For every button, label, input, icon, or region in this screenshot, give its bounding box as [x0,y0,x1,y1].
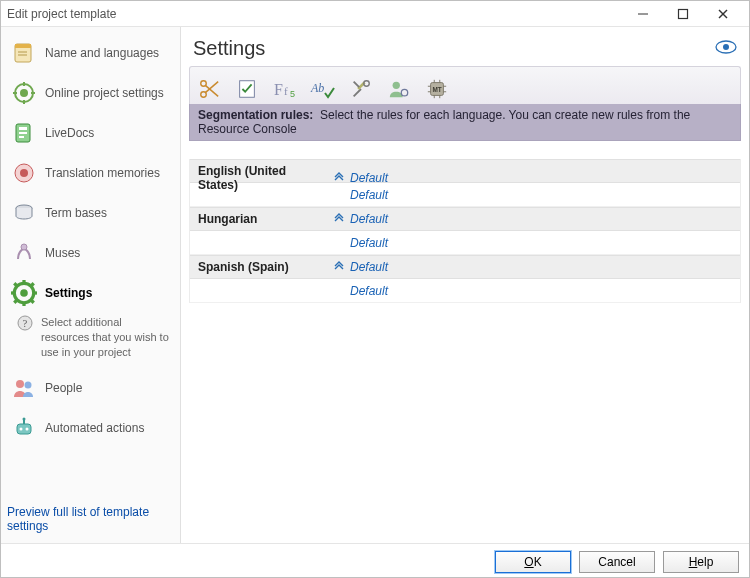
svg-point-34 [16,380,24,388]
user-gear-icon[interactable] [384,74,414,104]
svg-line-31 [14,300,17,303]
minimize-button[interactable] [623,2,663,26]
maximize-button[interactable] [663,2,703,26]
svg-point-55 [393,82,400,89]
language-header[interactable]: Spanish (Spain)Default [190,255,740,279]
sidebar-item-online-settings[interactable]: Online project settings [1,73,180,113]
sidebar-item-label: Settings [45,286,92,300]
sidebar-item-label: Term bases [45,206,107,220]
language-default-rule-link[interactable]: Default [350,260,732,274]
livedocs-icon [11,120,37,146]
svg-point-37 [20,427,23,430]
svg-text:F: F [274,81,283,98]
content-row: Name and languages Online project settin… [1,27,749,543]
sidebar-item-label: People [45,381,82,395]
muse-icon [11,240,37,266]
language-header[interactable]: English (United States)Default [190,159,740,183]
svg-text:5: 5 [290,89,295,99]
collapse-chevron-icon[interactable] [328,213,350,225]
svg-text:MT: MT [432,86,441,93]
svg-line-54 [354,82,360,88]
svg-line-30 [31,283,34,286]
settings-panel: Settings Ff5 Ab [181,27,749,543]
sidebar-item-people[interactable]: People [1,368,180,408]
gear-globe-icon [11,80,37,106]
svg-point-40 [23,417,26,420]
info-label: Segmentation rules: [198,108,313,122]
segmentation-rules-table: English (United States)DefaultDefaultHun… [189,159,741,303]
svg-rect-5 [15,44,31,48]
collapse-chevron-icon[interactable] [328,261,350,273]
cancel-button[interactable]: Cancel [579,551,655,573]
svg-point-56 [401,89,407,95]
panel-title: Settings [193,37,265,60]
preview-template-settings-link[interactable]: Preview full list of template settings [1,497,180,543]
people-icon [11,375,37,401]
svg-text:?: ? [23,318,28,329]
gear-icon [11,280,37,306]
panel-header: Settings [189,35,741,66]
sidebar: Name and languages Online project settin… [1,27,181,543]
sidebar-item-label: LiveDocs [45,126,94,140]
svg-point-9 [20,89,28,97]
sidebar-item-label: Translation memories [45,166,160,180]
ok-button[interactable]: OK [495,551,571,573]
svg-point-23 [20,289,28,297]
info-strip: Segmentation rules: Select the rules for… [189,104,741,141]
language-name: English (United States) [198,164,328,192]
notebook-icon [11,40,37,66]
window-title: Edit project template [7,7,623,21]
language-default-rule-link[interactable]: Default [350,171,732,185]
svg-text:f: f [284,85,288,97]
sidebar-item-settings[interactable]: Settings [1,273,180,313]
font-case-icon[interactable]: Ff5 [270,74,300,104]
sidebar-item-label: Automated actions [45,421,144,435]
sidebar-item-translation-memories[interactable]: Translation memories [1,153,180,193]
svg-point-38 [26,427,29,430]
tm-icon [11,160,37,186]
tools-icon[interactable] [346,74,376,104]
sidebar-item-settings-description: ? Select additional resources that you w… [1,313,180,368]
language-default-rule-link[interactable]: Default [350,212,732,226]
rule-link[interactable]: Default [350,284,732,298]
svg-text:Ab: Ab [310,81,324,95]
titlebar: Edit project template [1,1,749,27]
window-controls [623,2,743,26]
mt-chip-icon[interactable]: MT [422,74,452,104]
svg-point-19 [20,169,28,177]
sidebar-item-livedocs[interactable]: LiveDocs [1,113,180,153]
svg-rect-1 [679,9,688,18]
help-button[interactable]: Help [663,551,739,573]
sidebar-item-term-bases[interactable]: Term bases [1,193,180,233]
sidebar-item-label: Muses [45,246,80,260]
dialog-body: Name and languages Online project settin… [1,27,749,578]
language-rule-row[interactable]: Default [190,279,740,303]
sidebar-item-name-languages[interactable]: Name and languages [1,33,180,73]
language-name: Spanish (Spain) [198,260,328,274]
language-header[interactable]: HungarianDefault [190,207,740,231]
svg-rect-16 [19,132,27,134]
svg-point-35 [25,381,32,388]
sidebar-item-label: Name and languages [45,46,159,60]
scissors-icon[interactable] [194,74,224,104]
sidebar-item-muses[interactable]: Muses [1,233,180,273]
term-bases-icon [11,200,37,226]
rule-link[interactable]: Default [350,188,732,202]
eye-icon[interactable] [715,40,737,57]
collapse-chevron-icon[interactable] [328,172,350,184]
language-rule-row[interactable]: Default [190,231,740,255]
help-hint-icon: ? [17,315,33,331]
svg-rect-15 [19,127,27,130]
rule-link[interactable]: Default [350,236,732,250]
sidebar-item-automated-actions[interactable]: Automated actions [1,408,180,448]
close-button[interactable] [703,2,743,26]
svg-line-29 [31,300,34,303]
settings-toolbar: Ff5 Ab MT [189,66,741,104]
check-sheet-icon[interactable] [232,74,262,104]
sidebar-item-label: Online project settings [45,86,164,100]
spellcheck-icon[interactable]: Ab [308,74,338,104]
dialog-footer: OK Cancel Help [1,543,749,578]
svg-line-28 [14,283,17,286]
svg-point-21 [21,244,27,250]
svg-rect-17 [19,136,24,138]
